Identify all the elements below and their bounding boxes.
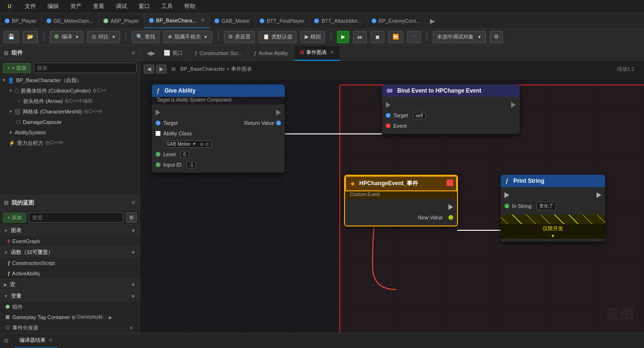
diff-button[interactable]: ⚖ 对比 ▼	[87, 31, 120, 43]
breadcrumb-forward[interactable]: ▶	[156, 65, 167, 74]
tab-icon-abp-player	[103, 19, 108, 23]
add-component-button[interactable]: + + 添加	[3, 63, 31, 73]
compile-dropdown-icon: ▼	[75, 35, 79, 39]
ability-options-icon: ⊕ ⊘	[200, 141, 209, 147]
breadcrumb-separator: ⊞	[171, 66, 176, 72]
hp-change-close-btn[interactable]	[447, 179, 453, 186]
step-button[interactable]: ⏭	[353, 31, 367, 43]
bind-exec-in-icon	[386, 102, 391, 108]
tab-ge-melee[interactable]: GE_MeleeDam...	[42, 13, 99, 28]
tree-item-eventgraph[interactable]: E EventGraph	[0, 236, 140, 246]
add-blueprint-button[interactable]: + 添加	[3, 213, 26, 223]
mesh-icon: ⬛	[14, 109, 21, 115]
tree-item-collisioncylinder[interactable]: ▼ ⬡ 胶囊体组件 (CollisionCylinder) 在C++	[0, 85, 140, 96]
canvas-tab-viewport[interactable]: ⬜ 视口	[158, 46, 189, 61]
in-string-label: In String	[512, 203, 532, 209]
menu-file[interactable]: 文件	[23, 1, 38, 11]
tree-item-arrow[interactable]: → 箭头组件 (Arrow) 在C++中编辑	[0, 96, 140, 106]
functions-section-header[interactable]: ▼ 函数（32可覆盖） ＋	[0, 246, 140, 258]
bottom-tab-compiler-results[interactable]: 编译器结果 ✕	[15, 333, 57, 348]
graph-background[interactable]: ƒ Give Ability Target is Ability System …	[140, 80, 644, 333]
warning-expand[interactable]: ▼	[501, 233, 605, 239]
app-logo: U	[4, 1, 15, 12]
tab-bp-enemycont[interactable]: BP_EnemyCont...	[367, 13, 425, 28]
blueprint-search[interactable]	[29, 212, 123, 223]
func-icon-activeability: ƒ	[8, 271, 10, 276]
tree-item-force[interactable]: ⚡ 受力台积力 在C++中	[0, 138, 140, 148]
browse-button[interactable]: 📂	[23, 31, 38, 43]
close-tab-bp-basechara[interactable]: ✕	[201, 18, 205, 23]
debug-target-button[interactable]: 未选中调试对象 ▼	[433, 31, 486, 43]
play-button[interactable]: ▶	[337, 31, 349, 43]
menu-help[interactable]: 帮助	[182, 1, 197, 11]
tab-icon-btt-attackmel	[314, 19, 319, 23]
give-ability-subtitle: Target is Ability System Component	[152, 97, 285, 104]
tab-bp-player[interactable]: BP_Player	[0, 13, 42, 28]
tab-abp-player[interactable]: ABP_Player	[99, 13, 144, 28]
canvas-tab-arrows[interactable]: ◀▶	[144, 46, 158, 61]
hp-change-exec-row	[345, 202, 457, 212]
save-button[interactable]: 💾	[4, 31, 19, 43]
components-header: ⊞ 组件 ✕	[0, 46, 140, 61]
canvas-tab-active-ability[interactable]: ƒ Active Ability	[248, 46, 294, 61]
tree-item-activeability[interactable]: ƒ ActiveAbility	[0, 268, 140, 279]
hide-unrelated-button[interactable]: 👁 隐藏不相关 ▼	[163, 31, 212, 43]
class-settings-button[interactable]: ⚙ 类设置	[224, 31, 255, 43]
add-dispatcher-icon[interactable]: ＋	[129, 324, 134, 331]
add-variable-icon[interactable]: ＋	[131, 292, 136, 300]
class-settings-icon: ⚙	[228, 34, 233, 40]
tree-item-bp-basecharacter[interactable]: ▼ 👤 BP_BaseCharacter（自我）	[0, 75, 140, 85]
ability-dropdown[interactable]: GAB Melee ▼ ⊕ ⊘	[163, 141, 212, 148]
return-value-right: Return Value	[244, 120, 281, 126]
tab-btt-attackmel[interactable]: BTT_AttackMel...	[309, 13, 366, 28]
menu-edit[interactable]: 编辑	[46, 1, 61, 11]
debug-settings-button[interactable]: ⚙	[490, 31, 503, 43]
simulate-button[interactable]: ▶ 模拟	[300, 31, 325, 43]
macros-section-header[interactable]: ▶ 宏 ＋	[0, 279, 140, 290]
menu-window[interactable]: 窗口	[137, 1, 152, 11]
breadcrumb-back[interactable]: ◀	[144, 65, 154, 74]
close-compiler-results[interactable]: ✕	[48, 337, 53, 343]
graphs-section-header[interactable]: ▼ 图表 ＋	[0, 225, 140, 236]
tab-btt-findplayer[interactable]: BTT_FindPlayer	[255, 13, 309, 28]
print-string-body: In String 变化了 仅限开发 ▼	[501, 187, 605, 242]
add-function-icon[interactable]: ＋	[131, 249, 136, 256]
component-search[interactable]	[34, 63, 137, 73]
zoom-indicator: 缩放1:1	[617, 66, 635, 73]
var-item-event-dispatcher[interactable]: 事件分发器 ＋	[0, 322, 140, 333]
class-defaults-button[interactable]: 📋 类默认值	[259, 31, 297, 43]
compile-button[interactable]: ⚙ 编译 ▼	[50, 31, 84, 43]
tree-item-abilitysystem[interactable]: ✦ AbilitySystem	[0, 127, 140, 138]
skip-button[interactable]: ⏩	[388, 31, 403, 43]
variables-section-header[interactable]: ▼ 变量 ＋	[0, 290, 140, 301]
canvas-tab-construction[interactable]: ƒ Construction Scr...	[189, 46, 248, 61]
menu-asset[interactable]: 资产	[68, 1, 84, 11]
var-item-gameplay-tag-container[interactable]: Gameplay Tag Container ⊞ Gameplay标... ▶	[0, 312, 140, 322]
close-event-graph-tab[interactable]: ✕	[330, 49, 334, 56]
menu-tools[interactable]: 工具	[159, 1, 175, 11]
more-tabs-button[interactable]: ▶	[427, 17, 438, 25]
var-item-component[interactable]: 组件	[0, 301, 140, 312]
tree-item-charactermesh[interactable]: ▼ ⬛ 网格体 (CharacterMesh0) 在C++中	[0, 106, 140, 117]
give-ability-body: Target Return Value Ability Class GAB	[152, 104, 285, 173]
tree-item-damagecapsule[interactable]: ⬡ DamageCapsule	[0, 117, 140, 127]
add-macro-icon[interactable]: ＋	[131, 281, 136, 288]
browse-icon: 📂	[27, 34, 34, 40]
canvas-tab-event-graph[interactable]: ⊞ 事件图表 ✕	[294, 46, 340, 61]
my-blueprint-close[interactable]: ✕	[131, 199, 136, 206]
more-play-button[interactable]: ⋯	[407, 31, 421, 43]
tree-item-constructionscript[interactable]: ƒ ConstructionScript	[0, 258, 140, 268]
active-ability-icon: ƒ	[254, 50, 257, 56]
add-graph-icon[interactable]: ＋	[131, 227, 136, 234]
menu-view[interactable]: 查看	[91, 1, 106, 11]
find-button[interactable]: 🔍 查找	[132, 31, 159, 43]
blueprint-settings-button[interactable]: ⚙	[126, 212, 137, 223]
stop-button[interactable]: ⏹	[371, 31, 384, 43]
menu-debug[interactable]: 调试	[114, 1, 129, 11]
tab-bp-basechara[interactable]: BP_BaseChara... ✕	[144, 13, 210, 28]
components-close[interactable]: ✕	[131, 50, 136, 56]
tab-gab-melee[interactable]: GAB_Melee	[210, 13, 255, 28]
print-instring-row: In String 变化了	[501, 200, 605, 212]
compile-icon: ⚙	[54, 34, 59, 40]
canvas-area: ◀▶ ⬜ 视口 ƒ Construction Scr... ƒ Active A…	[140, 46, 644, 333]
